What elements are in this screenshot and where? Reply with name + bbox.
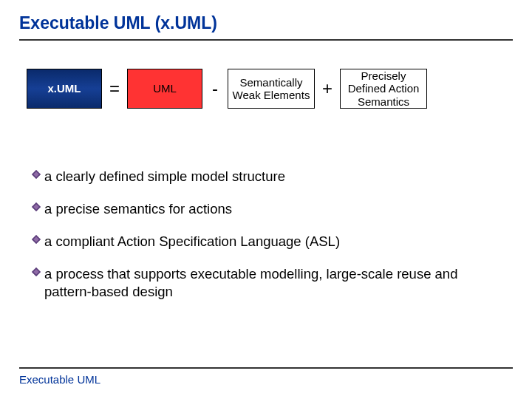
footer-rule xyxy=(19,367,513,369)
equals-operator: = xyxy=(102,78,127,99)
diamond-icon xyxy=(28,267,44,276)
bullet-text: a precise semantics for actions xyxy=(44,200,232,218)
bullet-text: a compliant Action Specification Languag… xyxy=(44,233,340,250)
plus-operator: + xyxy=(315,78,340,99)
bullet-list: a clearly defined simple model structure… xyxy=(28,168,513,301)
equation-row: x.UML = UML - Semantically Weak Elements… xyxy=(27,69,513,109)
diamond-icon xyxy=(28,170,44,179)
equation-lhs-box: x.UML xyxy=(27,69,102,109)
footer: Executable UML xyxy=(19,367,513,386)
minus-operator: - xyxy=(202,78,228,99)
slide-title: Executable UML (x.UML) xyxy=(19,13,513,38)
bullet-text: a process that supports executable model… xyxy=(44,265,502,301)
footer-text: Executable UML xyxy=(19,373,513,386)
title-rule xyxy=(19,39,513,41)
slide: Executable UML (x.UML) x.UML = UML - Sem… xyxy=(0,0,532,399)
bullet-item: a precise semantics for actions xyxy=(28,200,513,218)
equation-precise-box: Precisely Defined Action Semantics xyxy=(340,69,427,109)
diamond-icon xyxy=(28,235,44,244)
bullet-item: a compliant Action Specification Languag… xyxy=(28,233,513,250)
bullet-item: a clearly defined simple model structure xyxy=(28,168,513,185)
bullet-text: a clearly defined simple model structure xyxy=(44,168,285,185)
diamond-icon xyxy=(28,202,44,211)
bullet-item: a process that supports executable model… xyxy=(28,265,513,301)
equation-weak-box: Semantically Weak Elements xyxy=(228,69,315,109)
equation-uml-box: UML xyxy=(127,69,202,109)
